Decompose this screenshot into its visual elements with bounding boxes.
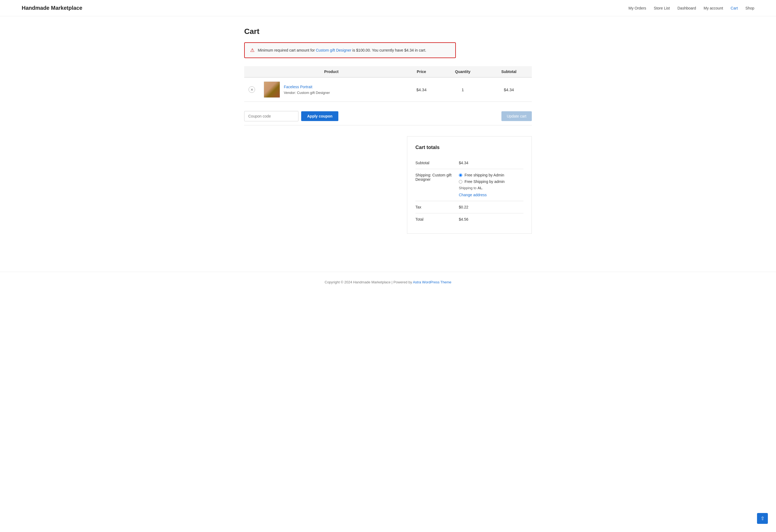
shipping-value: Free shipping by Admin Free Shipping by …: [459, 173, 523, 197]
tax-label: Tax: [415, 205, 459, 209]
table-row: ✕ Faceless Portrait Vendor: Custom gift …: [244, 77, 532, 102]
col-price: Price: [403, 66, 439, 77]
shipping-row: Shipping: Custom gift Designer Free ship…: [415, 169, 523, 201]
alert-message: Minimum required cart amount for Custom …: [258, 47, 426, 53]
nav-dashboard[interactable]: Dashboard: [677, 6, 696, 10]
cart-table: Product Price Quantity Subtotal ✕ Facele…: [244, 66, 532, 102]
shipping-label: Shipping: Custom gift Designer: [415, 173, 459, 182]
total-row: Total $4.56: [415, 213, 523, 225]
main-nav: My Orders Store List Dashboard My accoun…: [628, 6, 754, 10]
site-header: Handmade Marketplace My Orders Store Lis…: [0, 0, 776, 16]
product-vendor: Vendor: Custom gift Designer: [284, 91, 330, 95]
total-label: Total: [415, 217, 459, 221]
product-image: [264, 81, 280, 98]
product-name-link[interactable]: Faceless Portrait: [284, 85, 330, 89]
shipping-option-1[interactable]: Free shipping by Admin: [459, 173, 523, 177]
footer-copyright: Copyright © 2024 Handmade Marketplace | …: [325, 280, 413, 284]
coupon-input[interactable]: [244, 111, 299, 121]
remove-item-button[interactable]: ✕: [248, 86, 255, 93]
subtotal-label: Subtotal: [415, 161, 459, 165]
col-subtotal: Subtotal: [486, 66, 532, 77]
cart-totals-box: Cart totals Subtotal $4.34 Shipping: Cus…: [407, 136, 532, 234]
subtotal-value: $4.34: [459, 161, 523, 165]
col-product: Product: [259, 66, 403, 77]
shipping-to: Shipping to AL.: [459, 186, 523, 190]
coupon-row: Apply coupon Update cart: [244, 107, 532, 125]
product-subtotal: $4.34: [486, 77, 532, 102]
nav-my-orders[interactable]: My Orders: [628, 6, 646, 10]
total-value: $4.56: [459, 217, 523, 221]
remove-cell: ✕: [244, 77, 259, 102]
tax-row: Tax $0.22: [415, 201, 523, 213]
cart-totals-title: Cart totals: [415, 145, 523, 150]
minimum-cart-alert: ⚠ Minimum required cart amount for Custo…: [244, 42, 456, 58]
shipping-option-2[interactable]: Free Shipping by admin: [459, 179, 523, 184]
nav-my-account[interactable]: My account: [704, 6, 723, 10]
product-cell: Faceless Portrait Vendor: Custom gift De…: [259, 77, 403, 102]
apply-coupon-button[interactable]: Apply coupon: [301, 111, 338, 121]
shipping-options: Free shipping by Admin Free Shipping by …: [459, 173, 523, 184]
site-logo[interactable]: Handmade Marketplace: [22, 5, 82, 11]
alert-icon: ⚠: [250, 47, 254, 53]
col-remove: [244, 66, 259, 77]
page-title: Cart: [244, 27, 532, 36]
product-price: $4.34: [403, 77, 439, 102]
cart-totals-section: Cart totals Subtotal $4.34 Shipping: Cus…: [244, 136, 532, 234]
subtotal-row: Subtotal $4.34: [415, 157, 523, 169]
nav-store-list[interactable]: Store List: [654, 6, 670, 10]
shipping-radio-1[interactable]: [459, 173, 462, 177]
coupon-left: Apply coupon: [244, 111, 338, 121]
change-address-link[interactable]: Change address: [459, 193, 487, 197]
nav-shop[interactable]: Shop: [745, 6, 754, 10]
main-content: Cart ⚠ Minimum required cart amount for …: [239, 16, 537, 255]
product-quantity: 1: [439, 77, 486, 102]
footer-theme-link[interactable]: Astra WordPress Theme: [413, 280, 451, 284]
update-cart-button[interactable]: Update cart: [502, 111, 532, 121]
nav-cart[interactable]: Cart: [731, 6, 738, 10]
site-footer: Copyright © 2024 Handmade Marketplace | …: [0, 272, 776, 292]
tax-value: $0.22: [459, 205, 523, 209]
shipping-radio-2[interactable]: [459, 180, 462, 183]
col-quantity: Quantity: [439, 66, 486, 77]
vendor-link[interactable]: Custom gift Designer: [316, 48, 351, 52]
